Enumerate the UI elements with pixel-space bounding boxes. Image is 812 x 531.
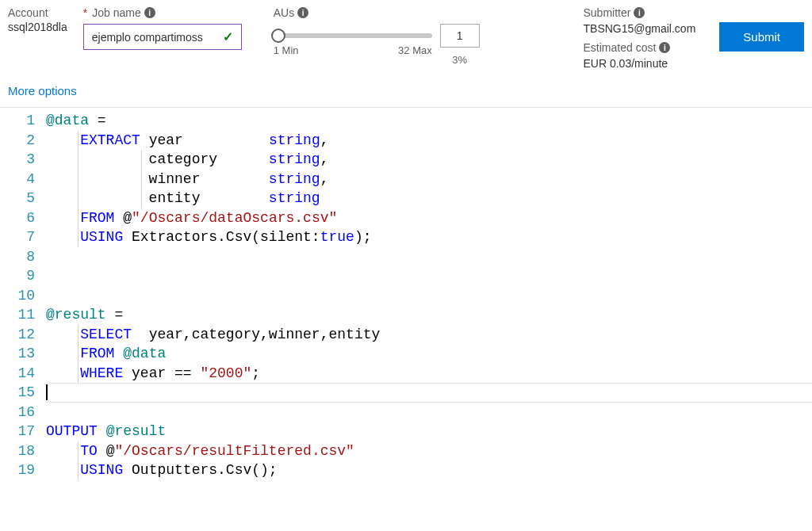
info-icon[interactable]: i	[634, 7, 645, 18]
more-options-link[interactable]: More options	[0, 70, 812, 107]
line-number: 4	[0, 170, 35, 189]
code-line[interactable]: SELECT year,category,winner,entity	[46, 325, 812, 345]
submitter-label-text: Submitter	[584, 6, 631, 19]
aus-label-text: AUs	[274, 6, 294, 19]
info-icon[interactable]: i	[659, 42, 670, 53]
right-section: Submitter i TBSNG15@gmail.com Estimated …	[584, 6, 805, 70]
code-editor[interactable]: 12345678910111213141516171819 @data = EX…	[0, 107, 812, 480]
code-line[interactable]: USING Outputters.Csv();	[46, 460, 812, 480]
code-area[interactable]: @data = EXTRACT year string, category st…	[46, 108, 812, 480]
code-line[interactable]: WHERE year == "2000";	[46, 364, 812, 384]
cost-value: EUR 0.03/minute	[584, 57, 696, 70]
cost-label-text: Estimated cost	[584, 41, 657, 54]
aus-label: AUs i	[274, 6, 480, 19]
line-number: 12	[0, 325, 35, 345]
line-number: 19	[0, 460, 35, 480]
account-value: ssql2018dla	[8, 21, 67, 33]
code-line[interactable]	[46, 383, 812, 403]
line-number: 9	[0, 266, 35, 286]
aus-value-input[interactable]: 1	[440, 24, 480, 48]
code-line[interactable]: winner string,	[46, 170, 812, 189]
info-icon[interactable]: i	[297, 7, 308, 18]
aus-slider-labels: 1 Min 32 Max	[274, 44, 432, 56]
code-line[interactable]: category string,	[46, 150, 812, 170]
aus-max-label: 32 Max	[398, 44, 432, 56]
check-icon: ✓	[223, 29, 233, 44]
account-field: Account ssql2018dla	[8, 6, 67, 33]
account-label: Account	[8, 6, 67, 19]
submitter-value: TBSNG15@gmail.com	[584, 22, 696, 35]
code-line[interactable]: FROM @data	[46, 344, 812, 364]
header-row: Account ssql2018dla * Job name i ejemplo…	[0, 6, 812, 70]
line-number: 10	[0, 286, 35, 306]
code-line[interactable]: entity string	[46, 189, 812, 208]
line-number: 3	[0, 150, 35, 170]
aus-slider-wrap: 1 Min 32 Max 1 3%	[274, 24, 480, 66]
cost-label: Estimated cost i	[584, 41, 696, 54]
line-number: 1	[0, 111, 35, 131]
line-number: 17	[0, 422, 35, 441]
line-number: 13	[0, 344, 35, 364]
code-line[interactable]: USING Extractors.Csv(silent:true);	[46, 227, 812, 247]
jobname-label-text: Job name	[92, 6, 140, 19]
line-number: 11	[0, 305, 35, 325]
info-icon[interactable]: i	[144, 7, 155, 18]
aus-slider[interactable]	[274, 33, 432, 38]
aus-min-label: 1 Min	[274, 44, 299, 56]
submitter-label: Submitter i	[584, 6, 696, 19]
jobname-field: * Job name i ejemplo compartimoss ✓	[83, 6, 242, 50]
line-number: 14	[0, 364, 35, 384]
aus-percent: 3%	[440, 54, 480, 66]
line-number: 15	[0, 383, 35, 403]
code-line[interactable]	[46, 286, 812, 306]
jobname-label: * Job name i	[83, 6, 242, 19]
code-line[interactable]	[46, 247, 812, 267]
jobname-value: ejemplo compartimoss	[92, 31, 203, 44]
line-number: 18	[0, 441, 35, 461]
code-line[interactable]: EXTRACT year string,	[46, 131, 812, 151]
line-gutter: 12345678910111213141516171819	[0, 108, 46, 480]
submitter-cost-col: Submitter i TBSNG15@gmail.com Estimated …	[584, 6, 696, 70]
text-cursor	[46, 384, 48, 400]
line-number: 6	[0, 208, 35, 228]
line-number: 2	[0, 131, 35, 151]
submit-button[interactable]: Submit	[719, 22, 804, 52]
line-number: 8	[0, 247, 35, 267]
required-star: *	[83, 6, 87, 19]
jobname-input[interactable]: ejemplo compartimoss ✓	[83, 24, 242, 50]
code-line[interactable]: @result =	[46, 305, 812, 325]
aus-slider-thumb[interactable]	[271, 29, 285, 43]
code-line[interactable]	[46, 403, 812, 422]
code-line[interactable]: OUTPUT @result	[46, 422, 812, 441]
line-number: 5	[0, 189, 35, 208]
code-line[interactable]: FROM @"/Oscars/dataOscars.csv"	[46, 208, 812, 228]
code-line[interactable]: TO @"/Oscars/resultFiltered.csv"	[46, 441, 812, 461]
code-line[interactable]: @data =	[46, 111, 812, 131]
line-number: 7	[0, 227, 35, 247]
code-line[interactable]	[46, 266, 812, 286]
aus-field: AUs i 1 Min 32 Max 1 3%	[274, 6, 480, 66]
line-number: 16	[0, 403, 35, 422]
